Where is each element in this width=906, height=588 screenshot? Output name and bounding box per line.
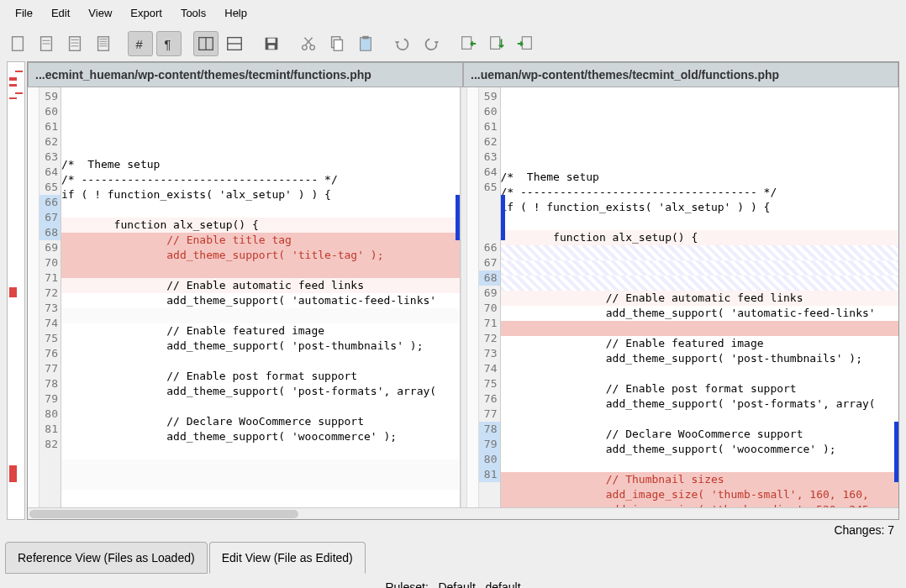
menu-edit[interactable]: Edit [43, 3, 78, 23]
svg-rect-20 [267, 39, 275, 44]
paste-button[interactable] [353, 31, 378, 56]
menu-view[interactable]: View [80, 3, 120, 23]
code-line: // Enable automatic feed links [61, 278, 460, 293]
code-line: /* ------------------------------------ … [501, 185, 899, 200]
file-tab-right[interactable]: ...ueman/wp-content/themes/tecmint_old/f… [463, 62, 898, 87]
code-line: if ( ! function_exists( 'alx_setup' ) ) … [61, 187, 460, 202]
svg-rect-28 [361, 38, 371, 51]
code-line [501, 321, 899, 336]
code-line: add_theme_support( 'woocommerce' ); [61, 429, 460, 444]
svg-rect-31 [491, 37, 500, 50]
reference-view-tab[interactable]: Reference View (Files as Loaded) [5, 542, 208, 574]
code-line: // Enable automatic feed links [501, 291, 899, 306]
code-line [61, 127, 460, 142]
code-line [501, 260, 899, 276]
svg-text:#: # [136, 38, 144, 51]
svg-point-22 [303, 45, 308, 50]
code-line [61, 399, 460, 414]
copy-button[interactable] [324, 31, 350, 56]
code-line: /* Theme setup [61, 157, 460, 172]
code-line [501, 276, 899, 291]
code-line [61, 263, 460, 278]
diff-overview-gutter[interactable] [7, 61, 25, 520]
redo-button[interactable] [419, 31, 444, 56]
left-pane[interactable]: 5960616263646566676869707172737475767778… [28, 87, 461, 507]
code-line: // Enable featured image [501, 336, 899, 351]
file-tab-left[interactable]: ...ecmint_hueman/wp-content/themes/tecmi… [28, 62, 463, 87]
merge-down-button[interactable] [484, 31, 509, 56]
undo-button[interactable] [390, 31, 415, 56]
view-tabs: Reference View (Files as Loaded) Edit Vi… [0, 540, 906, 575]
code-line: add_theme_support( 'title-tag' ); [61, 248, 460, 263]
split-horizontal-button[interactable] [222, 31, 247, 56]
hash-toggle-button[interactable]: # [128, 31, 153, 56]
code-line [61, 475, 460, 490]
code-line [61, 308, 460, 323]
menubar: FileEditViewExportToolsHelp [0, 0, 906, 26]
toolbar: # ¶ [0, 26, 906, 61]
svg-text:¶: ¶ [165, 38, 171, 51]
svg-rect-0 [13, 37, 24, 51]
code-line: function alx_setup() { [61, 218, 460, 233]
code-line: // Declare WooCommerce support [501, 427, 899, 442]
menu-export[interactable]: Export [122, 3, 171, 23]
code-line: // Enable title tag [61, 233, 460, 248]
code-line [501, 139, 899, 155]
split-vertical-button[interactable] [193, 31, 219, 56]
svg-rect-21 [268, 45, 274, 50]
merge-right-button[interactable] [513, 31, 538, 56]
changes-count: Changes: 7 [0, 520, 906, 540]
ruleset-label: Ruleset: _Default_ default [0, 575, 906, 588]
code-line [501, 245, 899, 260]
svg-rect-32 [522, 37, 531, 50]
code-line: add_theme_support( 'automatic-feed-links… [61, 293, 460, 308]
code-line: add_theme_support( 'woocommerce' ); [501, 442, 899, 457]
code-line: add_theme_support( 'post-thumbnails' ); [61, 339, 460, 354]
code-line [61, 202, 460, 218]
code-line [501, 366, 899, 381]
svg-point-23 [310, 45, 315, 50]
code-line [61, 142, 460, 157]
code-line: add_theme_support( 'post-formats', array… [61, 384, 460, 399]
doc-blank-button[interactable] [5, 31, 30, 56]
svg-rect-29 [362, 36, 368, 39]
cut-button[interactable] [296, 31, 321, 56]
diff-panes: ...ecmint_hueman/wp-content/themes/tecmi… [27, 61, 899, 520]
code-line [501, 155, 899, 170]
code-line: // Thumbnail sizes [501, 472, 899, 487]
code-line: // Enable post format support [61, 369, 460, 384]
menu-help[interactable]: Help [216, 3, 255, 23]
code-line [61, 354, 460, 369]
code-line [501, 215, 899, 230]
pilcrow-toggle-button[interactable]: ¶ [156, 31, 182, 56]
code-line [501, 412, 899, 427]
save-button[interactable] [259, 31, 284, 56]
code-line [61, 459, 460, 475]
svg-rect-30 [462, 37, 471, 50]
code-line [61, 444, 460, 459]
menu-file[interactable]: File [7, 3, 41, 23]
horizontal-scrollbar[interactable] [28, 507, 898, 519]
edit-view-tab[interactable]: Edit View (File as Edited) [209, 542, 366, 574]
code-line: // Enable featured image [61, 323, 460, 339]
svg-rect-27 [334, 39, 342, 50]
code-line: add_theme_support( 'post-formats', array… [501, 396, 899, 412]
code-line: function alx_setup() { [501, 230, 899, 245]
code-line: add_theme_support( 'post-thumbnails' ); [501, 351, 899, 366]
code-line: add_image_size( 'thumb-small', 160, 160, [501, 487, 899, 502]
code-line: // Enable post format support [501, 381, 899, 396]
code-line [501, 457, 899, 472]
doc-lines2-button[interactable] [62, 31, 87, 56]
svg-rect-4 [70, 37, 81, 51]
code-line: add_theme_support( 'automatic-feed-links… [501, 306, 899, 321]
doc-lines1-button[interactable] [34, 31, 59, 56]
code-line: if ( ! function_exists( 'alx_setup' ) ) … [501, 200, 899, 215]
menu-tools[interactable]: Tools [172, 3, 214, 23]
code-line: /* ------------------------------------ … [61, 172, 460, 187]
right-pane[interactable]: 5960616263646566676869707172737475767778… [467, 87, 899, 507]
merge-left-button[interactable] [456, 31, 481, 56]
doc-lines3-button[interactable] [91, 31, 116, 56]
code-line: /* Theme setup [501, 170, 899, 185]
code-line: // Declare WooCommerce support [61, 414, 460, 429]
